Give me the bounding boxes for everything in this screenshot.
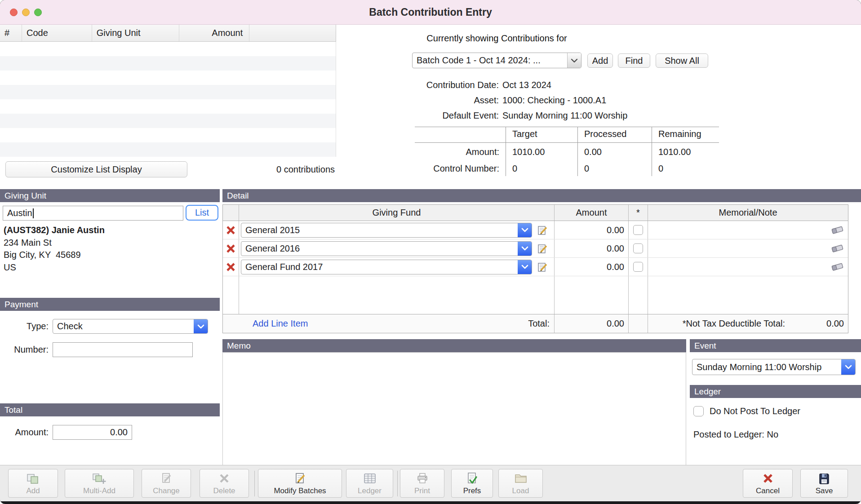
red-x-icon	[226, 262, 236, 272]
text-caret	[33, 208, 34, 218]
detail-col-amount: Amount	[555, 205, 629, 221]
add-records-icon	[26, 471, 40, 486]
line-amount-input[interactable]: 0.00	[555, 225, 628, 235]
not-tax-deductible-checkbox[interactable]	[633, 243, 643, 253]
chevron-down-icon	[518, 223, 532, 237]
detail-empty-area	[223, 276, 848, 314]
list-row-empty	[0, 71, 336, 85]
giving-fund-select[interactable]: General 2015	[241, 223, 532, 238]
detail-total-value: 0.00	[555, 318, 628, 329]
payment-type-label: Type:	[0, 319, 49, 334]
save-button[interactable]: Save	[800, 469, 848, 498]
edit-note-icon	[537, 243, 549, 255]
prefs-button[interactable]: Prefs	[451, 469, 493, 498]
detail-col-star: *	[629, 205, 648, 221]
giving-fund-select[interactable]: General Fund 2017	[241, 260, 532, 274]
detail-table-header: Giving Fund Amount * Memorial/Note	[223, 205, 848, 221]
summary-control-target: 0	[506, 159, 577, 176]
event-section-header: Event	[690, 339, 861, 352]
asset-label: Asset:	[382, 94, 499, 106]
ledger-button: Ledger	[346, 469, 393, 498]
posted-to-ledger-status: Posted to Ledger: No	[693, 429, 778, 440]
giving-unit-list-button[interactable]: List	[186, 205, 218, 221]
giving-fund-select[interactable]: General 2016	[241, 241, 532, 256]
batch-contribution-entry-window: Batch Contribution Entry # Code Giving U…	[0, 0, 861, 504]
giving-unit-search-input[interactable]: Austin	[3, 206, 183, 221]
detail-total-label: Total:	[528, 318, 554, 329]
memo-section-header: Memo	[222, 339, 686, 352]
column-header-code[interactable]: Code	[22, 25, 92, 41]
erase-memo-button[interactable]	[831, 262, 844, 272]
toolbar-button-label: Save	[816, 486, 833, 495]
memo-textarea[interactable]	[222, 352, 686, 465]
column-header-blank	[249, 25, 336, 41]
toolbar-button-label: Prefs	[463, 486, 481, 495]
do-not-post-checkbox[interactable]	[693, 406, 704, 416]
erase-memo-button[interactable]	[831, 225, 844, 235]
detail-row: General 2015 0.00	[223, 221, 848, 239]
giving-unit-name: (AUST382) Janie Austin	[4, 224, 105, 237]
do-not-post-row: Do Not Post To Ledger	[693, 406, 800, 416]
cancel-button[interactable]: Cancel	[743, 469, 793, 498]
edit-fund-button[interactable]	[535, 223, 550, 237]
list-row-empty	[0, 42, 336, 56]
detail-row: General 2016 0.00	[223, 239, 848, 258]
summary-amount-processed: 0.00	[577, 143, 652, 159]
toolbar-button-label: Delete	[213, 486, 235, 495]
contribution-date-label: Contribution Date:	[382, 79, 499, 91]
edit-fund-button[interactable]	[535, 241, 550, 256]
column-header-giving-unit[interactable]: Giving Unit	[92, 25, 180, 41]
not-tax-deductible-checkbox[interactable]	[633, 262, 643, 272]
contribution-date-value: Oct 13 2024	[499, 79, 551, 91]
batch-summary-table: Target Processed Remaining Amount: 1010.…	[415, 127, 719, 176]
change-icon	[160, 471, 173, 486]
line-amount-input[interactable]: 0.00	[555, 243, 628, 254]
load-button: Load	[498, 469, 543, 498]
list-row-empty	[0, 85, 336, 99]
default-event-row: Default Event: Sunday Morning 11:00 Wors…	[382, 110, 627, 122]
summary-amount-target: 1010.00	[506, 143, 577, 159]
edit-fund-button[interactable]	[535, 260, 550, 274]
multi-add-button: Multi-Add	[65, 469, 134, 498]
giving-fund-value: General 2015	[241, 225, 518, 235]
prefs-icon	[466, 471, 479, 486]
giving-unit-address-line: US	[4, 261, 105, 274]
line-amount-input[interactable]: 0.00	[555, 262, 628, 272]
total-amount-input[interactable]: 0.00	[53, 425, 132, 440]
find-batch-button[interactable]: Find	[618, 53, 650, 68]
column-header-amount[interactable]: Amount	[179, 25, 249, 41]
event-select[interactable]: Sunday Morning 11:00 Worship	[692, 359, 856, 375]
payment-type-value: Check	[53, 321, 194, 332]
delete-line-button[interactable]	[226, 225, 236, 235]
payment-type-select[interactable]: Check	[53, 319, 208, 334]
column-header-number[interactable]: #	[0, 25, 22, 41]
delete-line-button[interactable]	[226, 243, 236, 254]
summary-control-label: Control Number:	[415, 159, 506, 176]
add-batch-button[interactable]: Add	[587, 53, 613, 68]
add-line-item-link[interactable]: Add Line Item	[253, 318, 308, 329]
erase-memo-button[interactable]	[831, 243, 844, 253]
detail-section-header: Detail	[222, 189, 861, 202]
toolbar-separator	[397, 471, 398, 496]
delete-button: Delete	[200, 469, 249, 498]
show-all-batches-button[interactable]: Show All	[656, 53, 708, 68]
list-row-empty	[0, 142, 336, 157]
giving-fund-value: General 2016	[241, 243, 518, 254]
payment-number-input[interactable]	[53, 342, 193, 357]
modify-batches-button[interactable]: Modify Batches	[258, 469, 342, 498]
customize-list-display-button[interactable]: Customize List Display	[5, 161, 187, 177]
asset-row: Asset: 1000: Checking - 1000.A1	[382, 94, 606, 106]
print-icon	[416, 471, 429, 486]
delete-line-button[interactable]	[226, 262, 236, 272]
summary-amount-remaining: 1010.00	[652, 143, 719, 159]
batch-select[interactable]: Batch Code 1 - Oct 14 2024: ...	[412, 53, 581, 68]
summary-corner-cell	[415, 127, 506, 143]
eraser-icon	[831, 262, 844, 272]
toolbar-button-label: Add	[26, 486, 40, 495]
multi-add-icon	[92, 471, 107, 486]
not-tax-deductible-checkbox[interactable]	[633, 225, 643, 235]
ledger-icon	[363, 471, 377, 486]
print-button: Print	[400, 469, 444, 498]
list-row-empty	[0, 114, 336, 128]
contributions-list-body	[0, 42, 336, 157]
